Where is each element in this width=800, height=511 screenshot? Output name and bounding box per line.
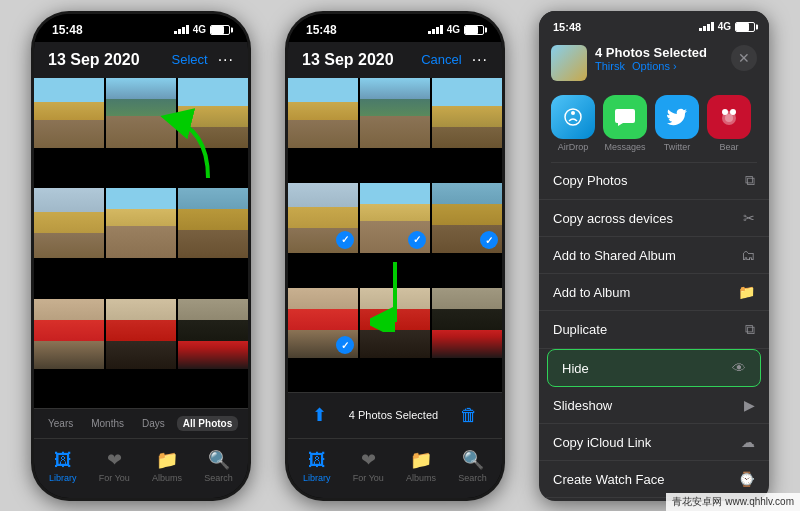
action-add-shared-album[interactable]: Add to Shared Album 🗂 xyxy=(539,237,769,274)
photo-cell-7[interactable] xyxy=(34,299,104,369)
photo-sel-6[interactable]: ✓ xyxy=(432,183,502,253)
duplicate-icon: ⧉ xyxy=(745,321,755,338)
albums-icon: 📁 xyxy=(156,449,178,471)
tab-months[interactable]: Months xyxy=(85,416,130,431)
share-status-bar: 15:48 4G xyxy=(539,11,769,39)
photo-sel-9[interactable] xyxy=(432,288,502,358)
filter-tabs: Years Months Days All Photos xyxy=(34,408,248,438)
selected-count-label: 4 Photos Selected xyxy=(349,409,438,421)
share-status-icons: 4G xyxy=(699,21,755,32)
action-slideshow[interactable]: Slideshow ▶ xyxy=(539,387,769,424)
twitter-label: Twitter xyxy=(664,142,691,152)
airdrop-app[interactable]: AirDrop xyxy=(551,95,595,152)
copy-photos-label: Copy Photos xyxy=(553,173,627,188)
nav-bar-1: 13 Sep 2020 Select ··· xyxy=(34,42,248,78)
time-2: 15:48 xyxy=(306,23,337,37)
share-panel: 15:48 4G 4 Photos Selected Thirsk xyxy=(539,11,769,501)
photo-cell-6[interactable] xyxy=(178,188,248,258)
tab-library[interactable]: 🖼 Library xyxy=(49,450,77,483)
for-you-icon: ❤ xyxy=(107,449,122,471)
hide-label: Hide xyxy=(562,361,589,376)
photo-sel-4[interactable]: ✓ xyxy=(288,183,358,253)
copy-across-icon: ✂ xyxy=(743,210,755,226)
action-add-album[interactable]: Add to Album 📁 xyxy=(539,274,769,311)
share-actions-list: Copy Photos ⧉ Copy across devices ✂ Add … xyxy=(539,162,769,501)
slideshow-icon: ▶ xyxy=(744,397,755,413)
phone-1: 15:48 4G 13 Sep 2020 xyxy=(31,11,251,501)
photo-cell-5[interactable] xyxy=(106,188,176,258)
tab-albums-2[interactable]: 📁 Albums xyxy=(406,449,436,483)
share-title-group: 4 Photos Selected Thirsk Options › xyxy=(595,45,707,72)
share-header-left: 4 Photos Selected Thirsk Options › xyxy=(551,45,707,81)
tab-library-label-2: Library xyxy=(303,473,331,483)
photo-sel-1[interactable] xyxy=(288,78,358,148)
signal-icon-2 xyxy=(428,25,443,34)
action-icloud-link[interactable]: Copy iCloud Link ☁ xyxy=(539,424,769,461)
photo-sel-5[interactable]: ✓ xyxy=(360,183,430,253)
photo-cell-9[interactable] xyxy=(178,299,248,369)
tab-years[interactable]: Years xyxy=(42,416,79,431)
duplicate-label: Duplicate xyxy=(553,322,607,337)
bottom-tabs-2: 🖼 Library ❤ For You 📁 Albums 🔍 Search xyxy=(288,438,502,498)
photo-sel-7[interactable]: ✓ xyxy=(288,288,358,358)
more-button-1[interactable]: ··· xyxy=(218,51,234,69)
photo-cell-4[interactable] xyxy=(34,188,104,258)
messages-app[interactable]: Messages xyxy=(603,95,647,152)
share-options-link[interactable]: Options › xyxy=(632,60,677,72)
photo-grid-1 xyxy=(34,78,248,408)
cancel-button[interactable]: Cancel xyxy=(421,52,461,67)
photo-sel-2[interactable] xyxy=(360,78,430,148)
action-copy-across-devices[interactable]: Copy across devices ✂ xyxy=(539,200,769,237)
search-tab-icon: 🔍 xyxy=(208,449,230,471)
photo-cell-8[interactable] xyxy=(106,299,176,369)
add-album-icon: 📁 xyxy=(738,284,755,300)
tab-for-you-2[interactable]: ❤ For You xyxy=(353,449,384,483)
messages-label: Messages xyxy=(604,142,645,152)
tab-albums[interactable]: 📁 Albums xyxy=(152,449,182,483)
tab-library-2[interactable]: 🖼 Library xyxy=(303,450,331,483)
photo-sel-3[interactable] xyxy=(432,78,502,148)
watermark-logo: 青花安卓网 xyxy=(672,496,722,507)
tab-search-2[interactable]: 🔍 Search xyxy=(458,449,487,483)
select-button[interactable]: Select xyxy=(172,52,208,67)
checkmark-6: ✓ xyxy=(480,231,498,249)
bear-app[interactable]: Bear xyxy=(707,95,751,152)
phone-2: 15:48 4G 13 Sep 2020 xyxy=(285,11,505,501)
tab-all-photos[interactable]: All Photos xyxy=(177,416,238,431)
search-tab-icon-2: 🔍 xyxy=(462,449,484,471)
library-icon-2: 🖼 xyxy=(308,450,326,471)
bear-label: Bear xyxy=(719,142,738,152)
network-type-1: 4G xyxy=(193,24,206,35)
share-close-button[interactable]: ✕ xyxy=(731,45,757,71)
network-type-2: 4G xyxy=(447,24,460,35)
battery-icon-1 xyxy=(210,25,230,35)
airdrop-icon xyxy=(551,95,595,139)
icloud-label: Copy iCloud Link xyxy=(553,435,651,450)
action-copy-photos[interactable]: Copy Photos ⧉ xyxy=(539,162,769,200)
share-button[interactable]: ⬆ xyxy=(312,404,327,426)
messages-icon xyxy=(603,95,647,139)
tab-days[interactable]: Days xyxy=(136,416,171,431)
action-hide[interactable]: Hide 👁 xyxy=(547,349,761,387)
tab-for-you[interactable]: ❤ For You xyxy=(99,449,130,483)
photo-cell-1[interactable] xyxy=(34,78,104,148)
watermark: 青花安卓网 www.qhhlv.com xyxy=(666,493,800,511)
tab-library-label: Library xyxy=(49,473,77,483)
hide-icon: 👁 xyxy=(732,360,746,376)
action-bar: ⬆ 4 Photos Selected 🗑 xyxy=(288,392,502,438)
tab-search[interactable]: 🔍 Search xyxy=(204,449,233,483)
share-location: Thirsk Options › xyxy=(595,60,707,72)
green-arrow-down xyxy=(370,262,420,332)
delete-button[interactable]: 🗑 xyxy=(460,405,478,426)
nav-title-2: 13 Sep 2020 xyxy=(302,51,394,69)
share-apps-row: AirDrop Messages Twitter Bear xyxy=(539,89,769,162)
share-network-type: 4G xyxy=(718,21,731,32)
add-shared-label: Add to Shared Album xyxy=(553,248,676,263)
checkmark-5: ✓ xyxy=(408,231,426,249)
nav-title-1: 13 Sep 2020 xyxy=(48,51,140,69)
more-button-2[interactable]: ··· xyxy=(472,51,488,69)
checkmark-7: ✓ xyxy=(336,336,354,354)
twitter-app[interactable]: Twitter xyxy=(655,95,699,152)
status-bar-2: 15:48 4G xyxy=(288,14,502,42)
action-duplicate[interactable]: Duplicate ⧉ xyxy=(539,311,769,349)
